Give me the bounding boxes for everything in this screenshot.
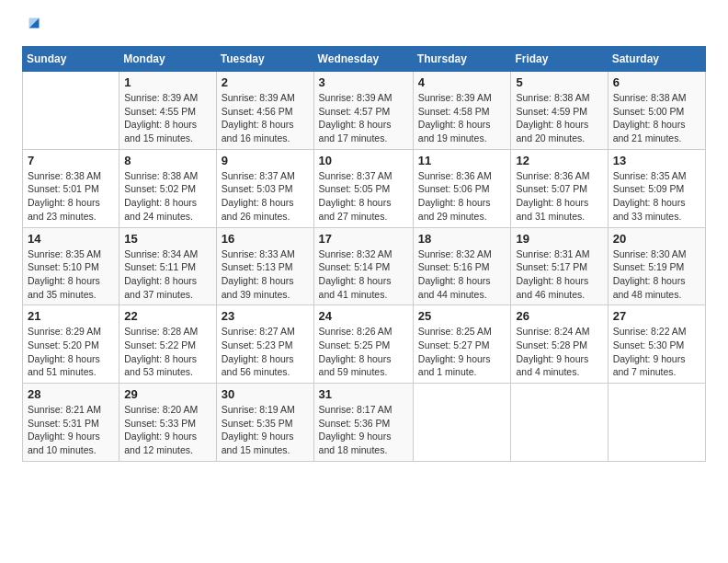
day-number: 10 [319,154,408,167]
day-number: 21 [28,309,114,323]
day-cell: 23Sunrise: 8:27 AMSunset: 5:23 PMDayligh… [216,305,313,384]
day-cell: 4Sunrise: 8:39 AMSunset: 4:58 PMDaylight… [413,72,511,150]
day-info: Sunrise: 8:35 AMSunset: 5:10 PMDaylight:… [28,247,114,302]
day-cell: 16Sunrise: 8:33 AMSunset: 5:13 PMDayligh… [216,227,313,305]
day-number: 17 [319,232,408,246]
day-number: 3 [319,75,408,89]
weekday-header-row: SundayMondayTuesdayWednesdayThursdayFrid… [23,47,706,72]
day-number: 12 [516,154,602,167]
day-info: Sunrise: 8:17 AMSunset: 5:36 PMDaylight:… [319,403,408,457]
day-number: 29 [124,387,211,401]
logo-icon [24,13,44,33]
day-info: Sunrise: 8:38 AMSunset: 5:02 PMDaylight:… [124,169,211,224]
day-number: 1 [124,75,211,89]
day-number: 31 [319,387,408,401]
day-info: Sunrise: 8:37 AMSunset: 5:03 PMDaylight:… [222,169,309,224]
day-number: 20 [613,232,700,246]
day-number: 25 [418,309,506,323]
calendar-table: SundayMondayTuesdayWednesdayThursdayFrid… [22,46,706,462]
day-cell: 10Sunrise: 8:37 AMSunset: 5:05 PMDayligh… [313,149,413,227]
day-info: Sunrise: 8:39 AMSunset: 4:55 PMDaylight:… [124,91,211,145]
week-row-5: 28Sunrise: 8:21 AMSunset: 5:31 PMDayligh… [23,384,706,462]
day-info: Sunrise: 8:33 AMSunset: 5:13 PMDaylight:… [222,247,309,302]
day-info: Sunrise: 8:28 AMSunset: 5:22 PMDaylight:… [124,325,211,379]
day-cell: 28Sunrise: 8:21 AMSunset: 5:31 PMDayligh… [23,384,119,462]
weekday-monday: Monday [119,47,217,72]
day-number: 6 [613,75,700,89]
weekday-thursday: Thursday [413,47,511,72]
week-row-2: 7Sunrise: 8:38 AMSunset: 5:01 PMDaylight… [23,149,706,227]
weekday-tuesday: Tuesday [216,47,313,72]
day-cell: 7Sunrise: 8:38 AMSunset: 5:01 PMDaylight… [23,149,119,227]
day-number: 8 [124,154,211,167]
day-info: Sunrise: 8:24 AMSunset: 5:28 PMDaylight:… [516,325,602,379]
day-cell: 5Sunrise: 8:38 AMSunset: 4:59 PMDaylight… [511,72,608,150]
logo [22,18,44,37]
day-cell: 25Sunrise: 8:25 AMSunset: 5:27 PMDayligh… [413,305,511,384]
day-info: Sunrise: 8:36 AMSunset: 5:07 PMDaylight:… [516,169,602,224]
day-info: Sunrise: 8:38 AMSunset: 4:59 PMDaylight:… [516,91,602,145]
day-number: 26 [516,309,602,323]
day-cell: 24Sunrise: 8:26 AMSunset: 5:25 PMDayligh… [313,305,413,384]
day-cell [413,384,511,462]
day-number: 4 [418,75,506,89]
day-number: 24 [319,309,408,323]
day-cell: 11Sunrise: 8:36 AMSunset: 5:06 PMDayligh… [413,149,511,227]
day-cell: 3Sunrise: 8:39 AMSunset: 4:57 PMDaylight… [313,72,413,150]
day-number: 27 [613,309,700,323]
day-number: 30 [222,387,309,401]
weekday-saturday: Saturday [608,47,705,72]
day-info: Sunrise: 8:37 AMSunset: 5:05 PMDaylight:… [319,169,408,224]
day-number: 28 [28,387,114,401]
week-row-1: 1Sunrise: 8:39 AMSunset: 4:55 PMDaylight… [23,72,706,150]
day-cell: 21Sunrise: 8:29 AMSunset: 5:20 PMDayligh… [23,305,119,384]
day-number: 16 [222,232,309,246]
day-info: Sunrise: 8:39 AMSunset: 4:56 PMDaylight:… [222,91,309,145]
day-number: 18 [418,232,506,246]
day-number: 22 [124,309,211,323]
day-cell: 14Sunrise: 8:35 AMSunset: 5:10 PMDayligh… [23,227,119,305]
day-cell: 19Sunrise: 8:31 AMSunset: 5:17 PMDayligh… [511,227,608,305]
day-number: 13 [613,154,700,167]
day-info: Sunrise: 8:35 AMSunset: 5:09 PMDaylight:… [613,169,700,224]
day-info: Sunrise: 8:27 AMSunset: 5:23 PMDaylight:… [222,325,309,379]
day-number: 23 [222,309,309,323]
day-cell: 22Sunrise: 8:28 AMSunset: 5:22 PMDayligh… [119,305,217,384]
day-cell: 13Sunrise: 8:35 AMSunset: 5:09 PMDayligh… [608,149,705,227]
day-cell [608,384,705,462]
day-cell [23,72,119,150]
weekday-wednesday: Wednesday [313,47,413,72]
day-info: Sunrise: 8:30 AMSunset: 5:19 PMDaylight:… [613,247,700,302]
day-cell: 29Sunrise: 8:20 AMSunset: 5:33 PMDayligh… [119,384,217,462]
day-cell: 17Sunrise: 8:32 AMSunset: 5:14 PMDayligh… [313,227,413,305]
day-info: Sunrise: 8:34 AMSunset: 5:11 PMDaylight:… [124,247,211,302]
day-number: 9 [222,154,309,167]
day-info: Sunrise: 8:25 AMSunset: 5:27 PMDaylight:… [418,325,506,379]
day-number: 5 [516,75,602,89]
day-info: Sunrise: 8:32 AMSunset: 5:16 PMDaylight:… [418,247,506,302]
day-number: 15 [124,232,211,246]
day-cell: 1Sunrise: 8:39 AMSunset: 4:55 PMDaylight… [119,72,217,150]
weekday-friday: Friday [511,47,608,72]
day-info: Sunrise: 8:39 AMSunset: 4:58 PMDaylight:… [418,91,506,145]
day-cell: 30Sunrise: 8:19 AMSunset: 5:35 PMDayligh… [216,384,313,462]
day-info: Sunrise: 8:20 AMSunset: 5:33 PMDaylight:… [124,403,211,457]
day-cell: 18Sunrise: 8:32 AMSunset: 5:16 PMDayligh… [413,227,511,305]
day-number: 19 [516,232,602,246]
day-info: Sunrise: 8:26 AMSunset: 5:25 PMDaylight:… [319,325,408,379]
day-info: Sunrise: 8:19 AMSunset: 5:35 PMDaylight:… [222,403,309,457]
weekday-sunday: Sunday [23,47,119,72]
week-row-4: 21Sunrise: 8:29 AMSunset: 5:20 PMDayligh… [23,305,706,384]
day-cell [511,384,608,462]
day-cell: 12Sunrise: 8:36 AMSunset: 5:07 PMDayligh… [511,149,608,227]
day-info: Sunrise: 8:36 AMSunset: 5:06 PMDaylight:… [418,169,506,224]
day-cell: 8Sunrise: 8:38 AMSunset: 5:02 PMDaylight… [119,149,217,227]
header [22,18,706,37]
day-number: 2 [222,75,309,89]
day-info: Sunrise: 8:38 AMSunset: 5:00 PMDaylight:… [613,91,700,145]
day-number: 14 [28,232,114,246]
day-cell: 15Sunrise: 8:34 AMSunset: 5:11 PMDayligh… [119,227,217,305]
day-cell: 31Sunrise: 8:17 AMSunset: 5:36 PMDayligh… [313,384,413,462]
day-info: Sunrise: 8:22 AMSunset: 5:30 PMDaylight:… [613,325,700,379]
day-cell: 2Sunrise: 8:39 AMSunset: 4:56 PMDaylight… [216,72,313,150]
